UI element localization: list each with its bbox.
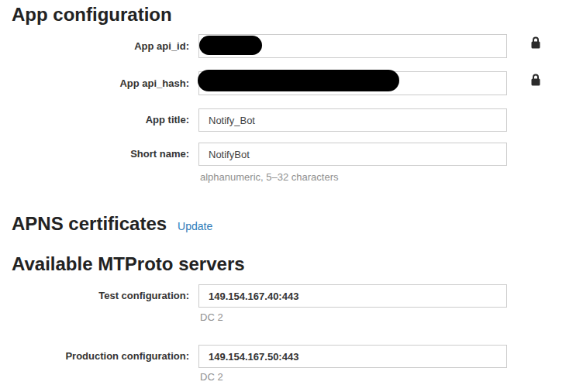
- production-configuration-dc-helper: DC 2: [200, 371, 223, 383]
- api-id-label: App api_id:: [0, 34, 189, 58]
- apns-certificates-title: APNS certificates: [12, 213, 167, 234]
- test-configuration-dc-helper: DC 2: [200, 311, 223, 323]
- redaction-overlay-api-id: [199, 36, 262, 55]
- short-name-input[interactable]: [198, 143, 507, 166]
- lock-icon: [530, 74, 541, 86]
- app-configuration-heading: App configuration: [12, 4, 172, 26]
- test-configuration-input[interactable]: [198, 284, 507, 308]
- app-settings-page: App configuration App api_id: App api_ha…: [0, 0, 583, 392]
- production-configuration-label: Production configuration:: [0, 345, 189, 368]
- apns-update-link[interactable]: Update: [178, 220, 212, 232]
- app-title-label: App title:: [0, 108, 189, 132]
- short-name-helper: alphanumeric, 5–32 characters: [200, 171, 339, 183]
- mtproto-servers-heading: Available MTProto servers: [12, 253, 245, 275]
- test-configuration-label: Test configuration:: [0, 284, 189, 308]
- short-name-label: Short name:: [0, 143, 189, 166]
- apns-certificates-heading: APNS certificatesUpdate: [12, 213, 212, 237]
- api-hash-label: App api_hash:: [0, 71, 189, 95]
- production-configuration-input[interactable]: [198, 345, 507, 368]
- lock-icon: [530, 36, 541, 49]
- app-title-input[interactable]: [198, 108, 507, 132]
- redaction-overlay-api-hash: [198, 70, 399, 91]
